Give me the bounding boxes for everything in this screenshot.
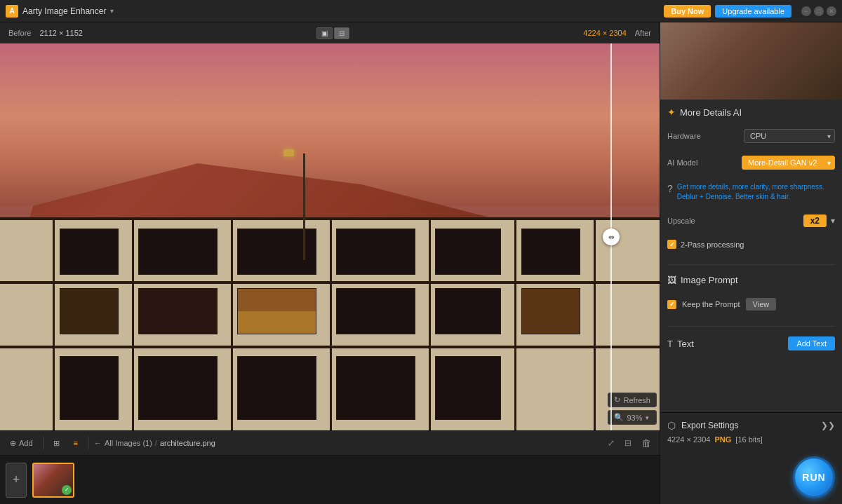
keep-prompt-label: Keep the Prompt — [682, 300, 740, 308]
export-dimensions: 4224 × 2304 — [667, 435, 710, 444]
window-3-5 — [435, 356, 501, 420]
settings-panel: ✦ More Details AI Hardware CPU AI Model … — [660, 100, 842, 412]
checkbox-check-icon: ✓ — [669, 241, 675, 248]
grid-view-button[interactable]: ⊞ — [49, 437, 64, 450]
delete-button[interactable]: 🗑 — [639, 436, 654, 450]
ai-model-select-wrapper: More-Detail GAN v2 — [742, 156, 835, 170]
zoom-level: 93% — [627, 414, 642, 422]
topbar-right: 4224 × 2304 After — [583, 29, 651, 37]
refresh-icon: ↻ — [614, 395, 620, 404]
filmstrip-thumbnail[interactable]: ✓ — [32, 463, 74, 498]
add-button[interactable]: ⊕ Add — [6, 437, 37, 450]
window-glow — [238, 311, 316, 334]
list-view-button[interactable]: ≡ — [69, 437, 82, 449]
split-handle[interactable]: ⇔ — [603, 229, 620, 245]
buy-now-button[interactable]: Buy Now — [664, 5, 711, 18]
separator-1 — [43, 437, 44, 449]
window-2-5 — [435, 288, 501, 335]
separator-2 — [88, 437, 88, 449]
breadcrumb-arrow: ← — [94, 439, 102, 447]
keep-prompt-row: ✓ Keep the Prompt View — [667, 298, 835, 311]
view-toggle: ▣ ⊟ — [316, 27, 349, 39]
zoom-dropdown-icon: ▾ — [646, 414, 649, 421]
list-icon: ≡ — [74, 439, 78, 447]
filmstrip-add-icon: + — [13, 472, 20, 487]
window-controls: − □ ✕ — [801, 6, 836, 16]
window-2-1 — [60, 288, 119, 335]
refresh-label: Refresh — [623, 396, 650, 404]
timber-v5 — [429, 217, 431, 430]
window-3-3 — [237, 356, 316, 420]
export-format: PNG — [714, 435, 731, 444]
timber-v7 — [594, 217, 596, 430]
window-1-1 — [60, 229, 119, 275]
text-section-left: T Text — [667, 339, 694, 349]
divider-2 — [667, 326, 835, 327]
breadcrumb-all[interactable]: All Images (1) — [105, 439, 152, 447]
export-left: ⬡ Export Settings — [667, 420, 738, 431]
preview-image — [660, 22, 842, 100]
view-button[interactable]: View — [746, 298, 777, 311]
run-button[interactable]: RUN — [793, 456, 835, 498]
info-row: ? Get more details, more clarity, more s… — [667, 182, 835, 202]
image-bottombar: ⊕ Add ⊞ ≡ ← All Images (1) / architectur… — [0, 430, 660, 455]
hardware-row: Hardware CPU — [667, 129, 835, 143]
add-text-button[interactable]: Add Text — [788, 336, 835, 350]
split-view-button[interactable]: ⊟ — [334, 27, 349, 39]
fit-button[interactable]: ⤢ — [605, 437, 617, 449]
text-section-row: T Text Add Text — [667, 336, 835, 350]
topbar-left: Before 2112 × 1152 — [8, 29, 83, 37]
image-prompt-title: Image Prompt — [681, 275, 738, 285]
export-expand-button[interactable]: ❯❯ — [821, 421, 835, 430]
titlebar: A Aarty Image Enhancer ▾ Buy Now Upgrade… — [0, 0, 842, 22]
section-title: More Details AI — [680, 107, 742, 118]
more-details-header: ✦ More Details AI — [667, 107, 835, 118]
timber-v2 — [132, 217, 134, 430]
export-title: Export Settings — [681, 421, 738, 430]
timber-v6 — [514, 217, 516, 430]
text-icon: T — [667, 339, 673, 349]
two-pass-label: 2-Pass processing — [681, 240, 744, 249]
hardware-label: Hardware — [667, 132, 701, 140]
export-icon: ⬡ — [667, 420, 676, 431]
building-facade — [0, 217, 660, 430]
chevron-down-icon: ▾ — [110, 7, 114, 15]
two-pass-checkbox[interactable]: ✓ — [667, 240, 676, 249]
sparkle-icon: ✦ — [667, 107, 676, 118]
check-icon: ✓ — [65, 486, 69, 493]
ai-model-select[interactable]: More-Detail GAN v2 — [742, 156, 835, 170]
window-3-2 — [138, 356, 218, 420]
overlay-controls: ↻ Refresh 🔍 93% ▾ — [608, 393, 657, 425]
zoom-button[interactable]: 🔍 93% ▾ — [608, 410, 657, 425]
upscale-dropdown-icon[interactable]: ▾ — [831, 216, 835, 226]
refresh-button[interactable]: ↻ Refresh — [608, 393, 657, 407]
app-logo: A — [6, 5, 18, 18]
ai-model-row: AI Model More-Detail GAN v2 — [667, 156, 835, 170]
filmstrip-add-button[interactable]: + — [6, 463, 27, 498]
image-controls: ⤢ ⊟ 🗑 — [605, 436, 654, 450]
split-slider[interactable]: ⇔ — [610, 43, 612, 430]
image-topbar: Before 2112 × 1152 ▣ ⊟ 4224 × 2304 After — [0, 22, 660, 43]
hardware-select[interactable]: CPU — [744, 129, 835, 143]
compare-button[interactable]: ⊟ — [622, 437, 634, 449]
titlebar-left: A Aarty Image Enhancer ▾ — [6, 5, 114, 18]
restore-button[interactable]: □ — [814, 6, 824, 16]
breadcrumb-file: architecture.png — [160, 439, 215, 447]
titlebar-right: Buy Now Upgrade available − □ ✕ — [664, 5, 836, 18]
right-panel: ✦ More Details AI Hardware CPU AI Model … — [660, 22, 842, 504]
window-3-1 — [60, 356, 119, 420]
image-viewer[interactable]: ⇔ ↻ Refresh 🔍 93% ▾ — [0, 43, 660, 430]
thumbnail-check: ✓ — [62, 485, 72, 495]
keep-prompt-checkbox[interactable]: ✓ — [667, 300, 676, 309]
upscale-control: x2 ▾ — [803, 214, 835, 227]
window-1-4 — [336, 229, 415, 275]
single-view-button[interactable]: ▣ — [316, 27, 333, 39]
minimize-button[interactable]: − — [801, 6, 811, 16]
breadcrumb-separator: / — [155, 439, 157, 447]
upgrade-button[interactable]: Upgrade available — [715, 5, 791, 18]
after-dimensions: 4224 × 2304 — [583, 29, 626, 37]
grid-icon: ⊞ — [53, 439, 60, 448]
before-dimensions: 2112 × 1152 — [39, 29, 82, 37]
close-button[interactable]: ✕ — [827, 6, 836, 16]
window-3-4 — [336, 356, 415, 420]
